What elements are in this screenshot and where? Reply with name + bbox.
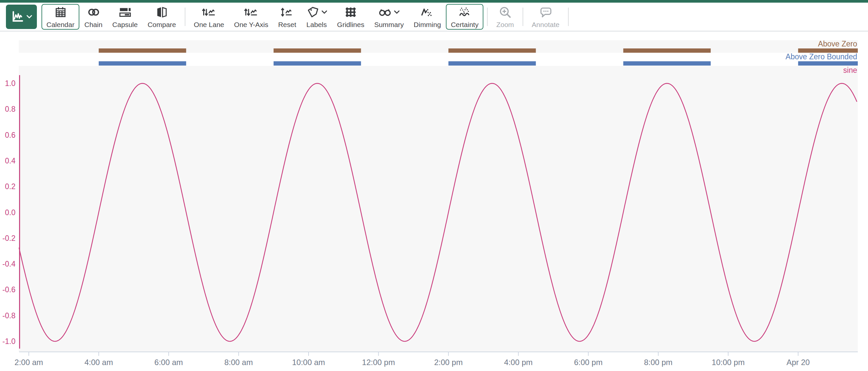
y-axis-label: 0.4 xyxy=(5,156,16,165)
toolbar-button-label: Capsule xyxy=(112,21,137,28)
chevron-down-icon xyxy=(26,15,32,19)
x-axis-label: 6:00 am xyxy=(154,358,183,367)
toolbar-button-label: One Y-Axis xyxy=(234,21,268,28)
x-axis-label: 2:00 am xyxy=(14,358,43,367)
trend-chart-area: 2:00 am4:00 am6:00 am8:00 am10:00 am12:0… xyxy=(0,32,868,371)
trend-chart: 2:00 am4:00 am6:00 am8:00 am10:00 am12:0… xyxy=(0,32,868,371)
capsule-bar[interactable] xyxy=(274,61,361,65)
x-axis-label: 8:00 am xyxy=(224,358,253,367)
toolbar-button-label: Gridlines xyxy=(337,21,365,28)
toolbar: CalendarChainCapsuleCompareOne LaneOne Y… xyxy=(0,3,868,32)
y-axis-label: -0.6 xyxy=(2,285,16,294)
certainty-icon xyxy=(457,6,472,19)
calendar-icon xyxy=(54,6,67,19)
capsule-bar[interactable] xyxy=(798,61,858,65)
y-axis-label: -1.0 xyxy=(2,337,16,346)
zoom-icon xyxy=(499,6,512,19)
toolbar-button-label: Zoom xyxy=(496,21,514,28)
toolbar-divider xyxy=(523,7,523,26)
toolbar-button-one-y-axis[interactable]: One Y-Axis xyxy=(229,4,273,30)
x-axis-label: 10:00 pm xyxy=(712,358,745,367)
y-axis-label: -0.4 xyxy=(2,260,16,268)
toolbar-button-label: Calendar xyxy=(46,21,74,28)
toolbar-button-label: Chain xyxy=(84,21,102,28)
capsule-bar[interactable] xyxy=(99,61,186,65)
toolbar-button-trend-type[interactable] xyxy=(6,5,37,29)
labels-icon xyxy=(306,6,327,19)
trend-chart-icon xyxy=(10,10,32,23)
capsule-bar[interactable] xyxy=(623,61,711,65)
chain-icon xyxy=(87,6,100,19)
reset-icon xyxy=(280,6,294,19)
toolbar-button-label: Labels xyxy=(307,21,327,28)
toolbar-button-one-lane[interactable]: One Lane xyxy=(189,4,229,30)
toolbar-button-summary[interactable]: Summary xyxy=(369,4,409,30)
x-axis-label: 12:00 pm xyxy=(362,358,395,367)
dimming-icon xyxy=(420,6,435,19)
y-axis-label: -0.8 xyxy=(2,311,16,320)
toolbar-button-zoom[interactable]: Zoom xyxy=(491,4,519,30)
toolbar-button-compare[interactable]: Compare xyxy=(143,4,181,30)
toolbar-button-chain[interactable]: Chain xyxy=(80,4,107,30)
y-axis-label: 0.0 xyxy=(5,208,16,217)
toolbar-divider xyxy=(487,7,488,26)
capsule-bar[interactable] xyxy=(274,49,361,53)
toolbar-divider xyxy=(185,7,185,26)
capsule-bar[interactable] xyxy=(448,61,536,65)
toolbar-button-gridlines[interactable]: Gridlines xyxy=(332,4,369,30)
capsule-bar[interactable] xyxy=(99,49,186,53)
toolbar-button-labels[interactable]: Labels xyxy=(301,4,332,30)
top-accent-bar xyxy=(0,0,868,3)
toolbar-button-label: Summary xyxy=(374,21,404,28)
y-axis-label: 1.0 xyxy=(5,79,16,88)
toolbar-button-label: Dimming xyxy=(413,21,441,28)
toolbar-button-capsule[interactable]: Capsule xyxy=(107,4,143,30)
toolbar-button-annotate[interactable]: Annotate xyxy=(527,4,564,30)
trend-application: { "theme": { "accent_green": "#2c705a", … xyxy=(0,0,868,371)
legend-item-sine[interactable]: sine xyxy=(843,66,857,75)
compare-icon xyxy=(155,6,168,19)
one-lane-icon xyxy=(202,6,217,19)
toolbar-button-certainty[interactable]: Certainty xyxy=(446,4,484,30)
chevron-down-icon xyxy=(321,10,327,14)
x-axis-label: 2:00 pm xyxy=(434,358,463,367)
y-axis-label: -0.2 xyxy=(2,234,16,242)
one-y-axis-icon xyxy=(244,6,259,19)
signal-lane-background xyxy=(19,66,858,352)
y-axis-label: 0.8 xyxy=(5,105,16,113)
capsule-bar[interactable] xyxy=(623,49,711,53)
x-axis-label: 8:00 pm xyxy=(644,358,673,367)
x-axis-label: 6:00 pm xyxy=(574,358,602,367)
annotate-icon xyxy=(539,6,552,19)
y-axis-label: 0.2 xyxy=(5,182,16,191)
toolbar-button-label: Certainty xyxy=(451,21,478,28)
summary-icon xyxy=(378,6,400,19)
x-axis-label: 4:00 pm xyxy=(504,358,533,367)
toolbar-button-dimming[interactable]: Dimming xyxy=(409,4,446,30)
x-axis-label: Apr 20 xyxy=(786,358,810,367)
toolbar-button-calendar[interactable]: Calendar xyxy=(41,4,80,30)
y-axis-label: 0.6 xyxy=(5,131,16,139)
chevron-down-icon xyxy=(394,10,400,14)
toolbar-button-label: Reset xyxy=(278,21,297,28)
x-axis-label: 4:00 am xyxy=(84,358,113,367)
toolbar-divider xyxy=(568,7,569,26)
legend-item-above-zero[interactable]: Above Zero xyxy=(818,39,857,48)
toolbar-button-reset[interactable]: Reset xyxy=(273,4,301,30)
capsule-bar[interactable] xyxy=(448,49,536,53)
toolbar-button-label: One Lane xyxy=(194,21,224,28)
toolbar-button-label: Compare xyxy=(148,21,176,28)
capsule-icon xyxy=(119,6,132,19)
capsule-lane-above-zero-bounded xyxy=(99,61,858,65)
x-axis-label: 10:00 am xyxy=(292,358,325,367)
legend-item-above-zero-bounded[interactable]: Above Zero Bounded xyxy=(786,52,857,61)
toolbar-button-label: Annotate xyxy=(532,21,559,28)
gridlines-icon xyxy=(344,6,357,19)
